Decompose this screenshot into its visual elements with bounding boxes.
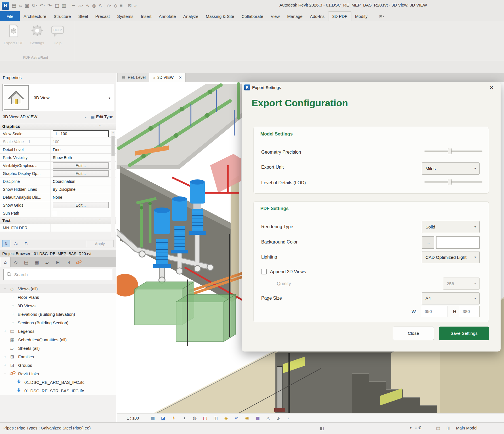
tree-item-str-ifc-link[interactable]: 01.DSC_RE_STR_BAS_IFC.ifc <box>0 386 116 395</box>
tree-item-arc-ifc-link[interactable]: 01.DSC_RE_ARC_BAS_IFC.ifc <box>0 378 116 386</box>
open-file-icon[interactable]: ▱ <box>19 3 22 8</box>
slider-thumb[interactable] <box>448 179 452 185</box>
graphic-display-edit-button[interactable]: Edit... <box>53 170 109 177</box>
view-tab-ref-level[interactable]: ▦ Ref. Level <box>118 73 149 82</box>
width-input[interactable] <box>422 306 448 317</box>
slider-thumb[interactable] <box>448 148 452 154</box>
tree-item-schedules[interactable]: ▦ Schedules/Quantities (all) <box>0 335 116 344</box>
view-tab-3d-view[interactable]: ⌂ 3D VIEW ✕ <box>149 73 185 82</box>
expander-icon[interactable]: + <box>11 295 15 299</box>
browser-tab-3d-icon[interactable]: ◇ <box>10 257 21 267</box>
export-pdf-button[interactable]: Export PDF <box>2 23 25 45</box>
redo-icon[interactable]: ↷▾ <box>47 3 52 8</box>
parts-visibility-value[interactable]: Show Both <box>50 154 116 161</box>
tab-precast[interactable]: Precast <box>92 11 113 21</box>
visibility-graphics-edit-button[interactable]: Edit... <box>53 162 109 169</box>
show-hidden-lines-value[interactable]: By Discipline <box>50 185 116 193</box>
tab-analyze[interactable]: Analyze <box>180 11 202 21</box>
browser-search-box[interactable]: Search <box>3 269 113 280</box>
tab-steel[interactable]: Steel <box>75 11 92 21</box>
export-unit-dropdown[interactable]: Miles ▾ <box>422 162 480 175</box>
expander-icon[interactable]: + <box>3 329 7 333</box>
collapse-section-icon[interactable]: ⌃ <box>99 217 101 224</box>
tab-systems[interactable]: Systems <box>113 11 137 21</box>
append-2d-views-checkbox[interactable] <box>261 269 267 274</box>
tab-manage[interactable]: Manage <box>283 11 306 21</box>
ribbon-display-toggle-icon[interactable]: ▣▾ <box>379 11 384 21</box>
transfer-standards-icon[interactable]: ▥ <box>62 3 66 8</box>
detail-level-value[interactable]: Fine <box>50 146 116 153</box>
expander-icon[interactable]: + <box>3 354 7 359</box>
print-icon[interactable]: ◫ <box>55 3 59 8</box>
sync-icon[interactable]: ↻▾ <box>32 3 37 8</box>
rendering-type-dropdown[interactable]: Solid ▾ <box>422 221 480 233</box>
chevron-down-icon[interactable]: ▾ <box>410 426 412 430</box>
tree-item-3d-views[interactable]: + 3D Views <box>0 301 116 310</box>
tree-item-families[interactable]: + ⊞ Families <box>0 352 116 361</box>
aligned-dimension-icon[interactable]: ≍▾ <box>78 3 83 8</box>
tab-modify[interactable]: Modify <box>351 11 371 21</box>
visual-style-icon[interactable]: ◪ <box>158 415 168 421</box>
discipline-value[interactable]: Coordination <box>50 177 116 185</box>
type-selector-chevron-icon[interactable]: ▾ <box>109 96 110 100</box>
model-line-icon[interactable]: ∿ <box>86 3 89 8</box>
close-inactive-views-icon[interactable]: ⊠ <box>128 3 132 8</box>
browser-tab-families-icon[interactable]: ⊞ <box>52 257 63 267</box>
unlocked-3d-view-icon[interactable]: ◈ <box>221 415 231 421</box>
browser-tab-legends-icon[interactable]: ▤ <box>21 257 31 267</box>
temporary-view-properties-icon[interactable]: ▦ <box>252 415 263 421</box>
browser-tab-schedules-icon[interactable]: ▦ <box>31 257 42 267</box>
tab-collaborate[interactable]: Collaborate <box>238 11 267 21</box>
sort-ascending-button[interactable]: A↓ <box>12 240 20 247</box>
browser-tab-views-icon[interactable]: ⌂ <box>0 257 10 267</box>
tag-icon[interactable]: ◎ <box>92 3 96 8</box>
mn-folder-value[interactable] <box>50 224 116 232</box>
default-3d-view-icon[interactable]: ⌂▾ <box>107 3 111 8</box>
sun-path-icon[interactable]: ☀ <box>168 415 179 421</box>
section-header-graphics[interactable]: Graphics⌃ <box>0 123 116 130</box>
expander-icon[interactable]: + <box>11 312 15 316</box>
tab-annotate[interactable]: Annotate <box>155 11 180 21</box>
properties-palette-icon[interactable]: ▤ <box>12 3 16 8</box>
tree-item-floor-plans[interactable]: + Floor Plans <box>0 293 116 301</box>
tree-item-views-all[interactable]: − ◇ Views (all) <box>0 284 116 293</box>
page-size-dropdown[interactable]: A4 ▾ <box>422 292 480 304</box>
tree-item-legends[interactable]: + ▤ Legends <box>0 327 116 335</box>
apply-button[interactable]: Apply <box>86 240 114 247</box>
browser-tab-sheets-icon[interactable]: ▱ <box>42 257 52 267</box>
expander-icon[interactable]: − <box>3 371 7 376</box>
sun-path-checkbox[interactable] <box>53 211 57 215</box>
tab-massing-site[interactable]: Massing & Site <box>202 11 238 21</box>
close-button[interactable]: Close <box>393 327 434 340</box>
expander-icon[interactable]: + <box>11 320 15 325</box>
undo-icon[interactable]: ↶▾ <box>39 3 45 8</box>
help-button[interactable]: HELP Help <box>49 23 66 45</box>
shadows-icon[interactable]: ◑ <box>179 416 189 421</box>
sort-by-group-button[interactable]: ⇅ <box>2 240 10 247</box>
view-scale-control[interactable]: 1 : 100 <box>127 416 139 420</box>
browser-tab-links-icon[interactable] <box>73 257 84 267</box>
dialog-title-bar[interactable]: R Export Settings ✕ <box>242 82 501 94</box>
browser-tab-groups-icon[interactable]: ⊡ <box>63 257 73 267</box>
switch-windows-icon[interactable]: » <box>134 3 137 8</box>
editable-only-icon[interactable]: ▤ <box>436 425 440 431</box>
rendering-dialog-icon[interactable]: ◍ <box>189 415 200 421</box>
crop-view-icon[interactable]: ▢ <box>200 415 210 421</box>
scroll-left-icon[interactable]: ‹ <box>288 416 289 420</box>
detail-level-icon[interactable]: ▤ <box>147 415 158 421</box>
expander-icon[interactable]: + <box>3 363 7 367</box>
tab-insert[interactable]: Insert <box>137 11 155 21</box>
section-icon[interactable]: ◇ <box>114 3 117 8</box>
project-browser-title[interactable]: Project Browser - 01.DSC_RE_MEP_BAS_R20.… <box>0 250 116 257</box>
show-grids-edit-button[interactable]: Edit... <box>53 202 109 208</box>
tree-item-sections[interactable]: + Sections (Building Section) <box>0 318 116 327</box>
height-input[interactable] <box>460 306 480 317</box>
default-analysis-value[interactable]: None <box>50 193 116 201</box>
displacement-sets-icon[interactable]: ◭ <box>273 415 284 421</box>
expander-icon[interactable]: + <box>11 303 15 308</box>
temporary-hide-isolate-icon[interactable]: ∞ <box>231 416 242 421</box>
sort-descending-button[interactable]: Z↓ <box>23 240 31 247</box>
edit-type-button[interactable]: ▦ Edit Type <box>91 115 113 119</box>
reveal-hidden-elements-icon[interactable]: ◉ <box>242 415 252 421</box>
tab-view[interactable]: View <box>267 11 283 21</box>
